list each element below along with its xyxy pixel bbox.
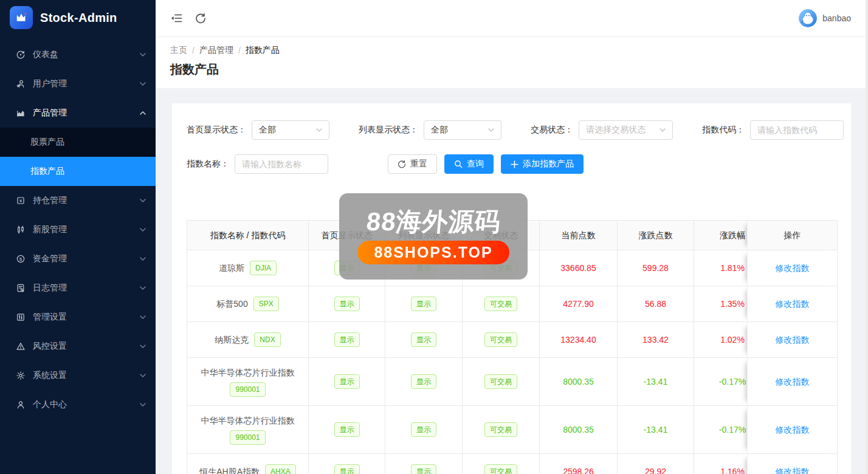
username: banbao — [822, 13, 851, 23]
user-menu[interactable]: banbao — [799, 9, 851, 27]
edit-index-link[interactable]: 修改指数 — [776, 377, 810, 386]
candlestick-icon — [16, 225, 26, 235]
chevron-down-icon — [140, 228, 146, 232]
home-status-tag: 显示 — [334, 332, 360, 347]
sidebar-item-risk[interactable]: 风控设置 — [0, 332, 156, 361]
sidebar-subitem-stock-products[interactable]: 股票产品 — [0, 128, 156, 157]
trade-status-select[interactable]: 请选择交易状态 — [579, 120, 673, 140]
list-status-cell: 显示 — [385, 286, 463, 322]
trade-status-tag: 可交易 — [484, 422, 517, 437]
sidebar-item-label: 持仓管理 — [33, 195, 140, 206]
trade-status-tag: 可交易 — [484, 464, 517, 474]
collapse-sidebar-icon[interactable] — [170, 12, 182, 24]
dollar-coin-icon: $ — [16, 254, 26, 264]
home-status-value: 全部 — [259, 125, 276, 136]
sidebar-item-positions[interactable]: ¥持仓管理 — [0, 186, 156, 215]
chevron-down-icon — [488, 128, 494, 132]
sidebar-item-label: 资金管理 — [33, 253, 140, 264]
change-points: 56.88 — [645, 299, 666, 309]
index-table: 指数名称 / 指数代码首页显示状态列表显示状态交易状态当前点数涨跌点数涨跌幅操作… — [187, 221, 838, 474]
edit-index-link[interactable]: 修改指数 — [776, 335, 810, 345]
current-points: 2598.26 — [563, 467, 594, 474]
action-cell: 修改指数 — [747, 406, 837, 454]
sidebar-item-admin-settings[interactable]: 管理设置 — [0, 303, 156, 332]
list-status-select[interactable]: 全部 — [424, 120, 501, 140]
chevron-down-icon — [140, 345, 146, 348]
breadcrumb-current: 指数产品 — [246, 45, 280, 56]
reset-button[interactable]: 重置 — [388, 154, 437, 174]
chevron-up-icon — [140, 111, 146, 115]
home-status-cell: 显示 — [309, 358, 385, 406]
search-button[interactable]: 查询 — [444, 154, 494, 174]
add-index-product-button[interactable]: 添加指数产品 — [501, 154, 584, 174]
sidebar-item-dashboard[interactable]: 仪表盘 — [0, 40, 156, 69]
action-cell: 修改指数 — [747, 358, 837, 406]
table-row: 标普500SPX显示显示可交易4277.9056.881.35%修改指数 — [187, 286, 838, 322]
index-name-cell: 标普500SPX — [187, 286, 309, 322]
home-status-cell: 显示 — [309, 454, 385, 474]
sidebar-item-funds[interactable]: $资金管理 — [0, 244, 156, 273]
current-points: 13234.40 — [560, 335, 596, 345]
home-status-cell: 显示 — [309, 286, 385, 322]
trade-status-cell: 可交易 — [463, 250, 540, 286]
sidebar-item-profile[interactable]: 个人中心 — [0, 390, 156, 419]
change-percent: 1.16% — [720, 467, 745, 474]
filter-row-1: 首页显示状态： 全部 列表显示状态： 全部 — [187, 120, 836, 140]
sidebar-subitem-index-products[interactable]: 指数产品 — [0, 157, 156, 186]
submenu-products: 股票产品指数产品 — [0, 128, 156, 186]
list-status-cell: 显示 — [385, 406, 463, 454]
breadcrumb-link[interactable]: 产品管理 — [199, 45, 233, 56]
list-status-tag: 显示 — [411, 374, 436, 389]
page-scrollbar[interactable] — [866, 0, 868, 474]
sidebar-item-label: 管理设置 — [33, 312, 140, 323]
area-chart-icon — [16, 108, 26, 118]
sidebar-item-system[interactable]: 系统设置 — [0, 361, 156, 390]
sidebar-item-ipo[interactable]: 新股管理 — [0, 215, 156, 244]
chevron-down-icon — [140, 199, 146, 202]
edit-index-link[interactable]: 修改指数 — [776, 467, 810, 474]
trade-status-tag: 可交易 — [484, 261, 517, 275]
add-label: 添加指数产品 — [523, 159, 574, 170]
refresh-icon[interactable] — [195, 12, 207, 24]
index-name-cell: 纳斯达克NDX — [187, 322, 309, 358]
change-points: 29.92 — [645, 467, 666, 474]
sidebar-item-products[interactable]: 产品管理 — [0, 98, 156, 128]
app-title: Stock-Admin — [40, 11, 117, 25]
person-icon — [16, 400, 26, 410]
edit-index-link[interactable]: 修改指数 — [776, 425, 810, 434]
filter-trade-status: 交易状态： 请选择交易状态 — [531, 120, 673, 140]
change-points: 133.42 — [642, 335, 669, 345]
col-header-4: 当前点数 — [540, 221, 618, 250]
warning-icon — [16, 342, 26, 351]
change-points-cell: 56.88 — [618, 286, 694, 322]
sidebar-item-users[interactable]: 用户管理 — [0, 69, 156, 98]
index-code-tag: 990001 — [230, 382, 265, 397]
plus-icon — [511, 160, 518, 168]
list-status-tag: 显示 — [411, 297, 436, 311]
trade-status-cell: 可交易 — [463, 358, 540, 406]
log-file-icon — [16, 283, 26, 293]
home-status-select[interactable]: 全部 — [252, 120, 329, 140]
list-status-value: 全部 — [431, 125, 448, 136]
current-points-cell: 8000.35 — [540, 358, 618, 406]
index-code-input[interactable] — [750, 120, 844, 140]
sidebar: Stock-Admin 仪表盘用户管理产品管理股票产品指数产品¥持仓管理新股管理… — [0, 0, 156, 474]
sidebar-item-label: 风控设置 — [33, 341, 140, 352]
edit-index-link[interactable]: 修改指数 — [776, 299, 810, 309]
index-name-input[interactable] — [235, 154, 328, 174]
sidebar-item-logs[interactable]: 日志管理 — [0, 273, 156, 303]
svg-text:$: $ — [19, 256, 22, 262]
current-points-cell: 13234.40 — [540, 322, 618, 358]
search-label: 查询 — [467, 159, 484, 170]
index-code-tag: SPX — [253, 297, 279, 311]
breadcrumb-separator: / — [192, 46, 195, 55]
trade-status-tag: 可交易 — [484, 374, 517, 389]
col-header-3: 交易状态 — [463, 221, 540, 250]
app-logo[interactable]: Stock-Admin — [0, 0, 156, 35]
breadcrumb-link[interactable]: 主页 — [170, 45, 187, 56]
home-status-tag: 显示 — [334, 464, 360, 474]
filter-row-2: 指数名称： 重置 — [187, 154, 836, 174]
edit-index-link[interactable]: 修改指数 — [776, 263, 810, 273]
chevron-down-icon — [140, 53, 146, 57]
table-row: 中华半导体芯片行业指数990001显示显示可交易8000.35-13.41-0.… — [187, 358, 838, 406]
